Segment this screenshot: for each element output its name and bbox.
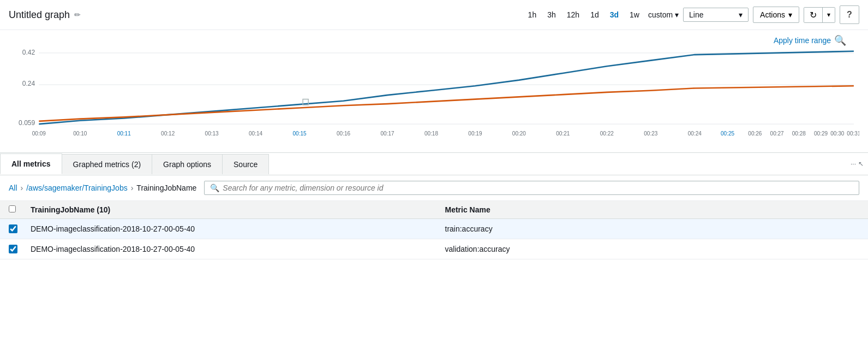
refresh-group: ↻ ▾ xyxy=(804,7,835,23)
svg-text:00:28: 00:28 xyxy=(792,131,806,137)
th-checkbox xyxy=(9,205,31,214)
tabs-area: All metrics Graphed metrics (2) Graph op… xyxy=(0,152,868,259)
title-area: Untitled graph ✏ xyxy=(9,9,522,21)
app-container: Untitled graph ✏ 1h 3h 12h 1d 3d 1w cust… xyxy=(0,0,868,259)
time-1h[interactable]: 1h xyxy=(526,9,539,20)
edit-icon[interactable]: ✏ xyxy=(74,10,81,19)
time-3d[interactable]: 3d xyxy=(608,9,621,20)
search-input[interactable] xyxy=(223,184,853,192)
time-12h[interactable]: 12h xyxy=(565,9,582,20)
tab-source[interactable]: Source xyxy=(222,154,269,174)
svg-text:00:09: 00:09 xyxy=(32,131,46,137)
svg-text:00:16: 00:16 xyxy=(337,131,350,137)
time-1d[interactable]: 1d xyxy=(588,9,601,20)
svg-text:00:30: 00:30 xyxy=(830,131,844,137)
svg-text:00:27: 00:27 xyxy=(770,131,784,137)
chart-type-select[interactable]: Line ▾ xyxy=(683,8,749,22)
cursor-icon: ↖ xyxy=(858,160,864,168)
actions-label: Actions xyxy=(760,10,785,19)
svg-text:00:23: 00:23 xyxy=(644,131,657,137)
svg-text:00:15: 00:15 xyxy=(293,131,307,137)
svg-text:00:10: 00:10 xyxy=(73,131,87,137)
breadcrumb-sep2: › xyxy=(131,184,134,192)
row-2-metric: validation:accuracy xyxy=(445,245,860,253)
tab-all-metrics[interactable]: All metrics xyxy=(0,153,62,174)
svg-text:00:13: 00:13 xyxy=(205,131,219,137)
svg-text:00:22: 00:22 xyxy=(600,131,614,137)
svg-text:00:14: 00:14 xyxy=(249,131,262,137)
svg-text:00:24: 00:24 xyxy=(688,131,702,137)
breadcrumb-all[interactable]: All xyxy=(9,184,17,192)
search-icon: 🔍 xyxy=(210,184,219,192)
chart-area: Apply time range 🔍 0.42 0.24 0.059 00:09… xyxy=(0,30,868,150)
th-metric-name: Metric Name xyxy=(445,205,860,214)
select-all-checkbox[interactable] xyxy=(9,205,16,212)
svg-text:00:21: 00:21 xyxy=(556,131,570,137)
row-1-checkbox-cell xyxy=(9,224,31,233)
apply-time-range-label: Apply time range xyxy=(774,36,831,45)
row-1-metric: train:accuracy xyxy=(445,224,860,233)
time-1w[interactable]: 1w xyxy=(627,9,642,20)
svg-text:0.42: 0.42 xyxy=(22,49,35,56)
actions-main-btn[interactable]: Actions ▾ xyxy=(753,7,799,22)
svg-text:00:11: 00:11 xyxy=(117,131,131,137)
breadcrumb-dimension: TrainingJobName xyxy=(136,184,196,192)
chart-svg: 0.42 0.24 0.059 00:09 00:10 00:11 00:12 … xyxy=(9,44,859,143)
row-2-checkbox-cell xyxy=(9,245,31,253)
svg-text:0.059: 0.059 xyxy=(19,119,35,127)
breadcrumb-sep1: › xyxy=(21,184,23,192)
actions-chevron: ▾ xyxy=(788,10,792,19)
row-1-checkbox[interactable] xyxy=(9,224,17,233)
table-row[interactable]: DEMO-imageclassification-2018-10-27-00-0… xyxy=(0,219,868,239)
time-3h[interactable]: 3h xyxy=(545,9,558,20)
row-1-name: DEMO-imageclassification-2018-10-27-00-0… xyxy=(31,224,445,233)
search-area: 🔍 xyxy=(204,181,859,195)
table-row[interactable]: DEMO-imageclassification-2018-10-27-00-0… xyxy=(0,239,868,259)
help-button[interactable]: ? xyxy=(840,5,859,24)
actions-button[interactable]: Actions ▾ xyxy=(753,7,799,23)
time-controls: 1h 3h 12h 1d 3d 1w custom ▾ xyxy=(526,9,679,20)
tab-graph-options[interactable]: Graph options xyxy=(152,154,223,174)
svg-text:00:18: 00:18 xyxy=(424,131,438,137)
refresh-button[interactable]: ↻ xyxy=(804,8,823,22)
svg-text:00:19: 00:19 xyxy=(468,131,482,137)
refresh-dropdown[interactable]: ▾ xyxy=(823,8,835,22)
svg-text:0.24: 0.24 xyxy=(22,80,35,87)
header: Untitled graph ✏ 1h 3h 12h 1d 3d 1w cust… xyxy=(0,0,868,30)
svg-text:00:31: 00:31 xyxy=(847,131,859,137)
search-icon[interactable]: 🔍 xyxy=(834,34,846,46)
chart-type-chevron: ▾ xyxy=(739,10,743,19)
th-training-job-name: TrainingJobName (10) xyxy=(31,205,445,214)
row-2-name: DEMO-imageclassification-2018-10-27-00-0… xyxy=(31,245,445,253)
row-2-checkbox[interactable] xyxy=(9,245,17,253)
svg-text:00:17: 00:17 xyxy=(380,131,394,137)
breadcrumb-namespace[interactable]: /aws/sagemaker/TrainingJobs xyxy=(26,184,127,192)
tabs-header: All metrics Graphed metrics (2) Graph op… xyxy=(0,153,868,175)
breadcrumb-area: All › /aws/sagemaker/TrainingJobs › Trai… xyxy=(0,175,868,201)
table-header: TrainingJobName (10) Metric Name xyxy=(0,201,868,219)
svg-text:00:12: 00:12 xyxy=(161,131,175,137)
chart-type-label: Line xyxy=(689,10,703,19)
drag-dots: ··· xyxy=(851,160,856,168)
time-custom[interactable]: custom ▾ xyxy=(648,10,679,19)
drag-handle[interactable]: ··· ↖ xyxy=(846,153,868,175)
svg-text:00:29: 00:29 xyxy=(814,131,828,137)
metrics-table: TrainingJobName (10) Metric Name DEMO-im… xyxy=(0,201,868,259)
graph-title: Untitled graph xyxy=(9,9,70,21)
svg-text:00:25: 00:25 xyxy=(721,131,734,137)
svg-text:00:26: 00:26 xyxy=(748,131,762,137)
tab-graphed-metrics[interactable]: Graphed metrics (2) xyxy=(62,154,152,174)
apply-time-range[interactable]: Apply time range 🔍 xyxy=(774,34,846,46)
svg-text:00:20: 00:20 xyxy=(512,131,526,137)
